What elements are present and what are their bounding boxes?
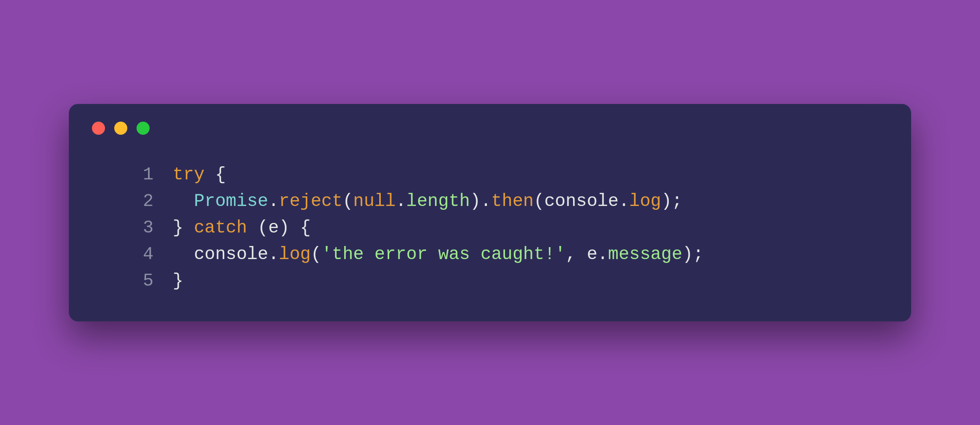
dot: .: [597, 244, 608, 264]
code-content: Promise.reject(null.length).then(console…: [153, 188, 682, 215]
paren-close: ): [682, 244, 693, 264]
dot: .: [396, 191, 407, 211]
space: [183, 218, 194, 238]
indent: [173, 244, 194, 264]
semicolon: ;: [693, 244, 704, 264]
comma: ,: [565, 244, 576, 264]
literal-null: null: [353, 191, 395, 211]
window-titlebar: [92, 122, 888, 135]
property-message: message: [608, 244, 682, 264]
paren-close: ): [661, 191, 672, 211]
code-content: try {: [153, 162, 226, 188]
line-number: 1: [127, 162, 153, 188]
code-content: console.log('the error was caught!', e.m…: [153, 241, 703, 268]
brace-open: {: [300, 218, 311, 238]
paren-open: (: [258, 218, 268, 238]
close-icon[interactable]: [92, 122, 105, 135]
code-line: 4 console.log('the error was caught!', e…: [127, 241, 888, 268]
paren-open: (: [534, 191, 545, 211]
code-line: 2 Promise.reject(null.length).then(conso…: [127, 188, 888, 215]
code-line: 5 }: [127, 268, 888, 294]
dot: .: [268, 191, 279, 211]
paren-open: (: [343, 191, 353, 211]
line-number: 4: [127, 241, 153, 268]
minimize-icon[interactable]: [114, 122, 127, 135]
space: [205, 165, 215, 185]
zoom-icon[interactable]: [137, 122, 150, 135]
brace-open: {: [215, 165, 226, 185]
space: [576, 244, 587, 264]
method-log: log: [279, 244, 311, 264]
property-length: length: [406, 191, 470, 211]
code-line: 1 try {: [127, 162, 888, 188]
code-editor[interactable]: 1 try { 2 Promise.reject(null.length).th…: [92, 162, 888, 294]
keyword-catch: catch: [194, 218, 247, 238]
method-reject: reject: [279, 191, 343, 211]
paren-close: ): [279, 218, 290, 238]
line-number: 3: [127, 215, 153, 241]
brace-close: }: [173, 271, 183, 291]
keyword-try: try: [173, 165, 205, 185]
code-content: } catch (e) {: [153, 215, 311, 241]
space: [290, 218, 300, 238]
space: [247, 218, 258, 238]
identifier-console: console: [544, 191, 618, 211]
line-number: 5: [127, 268, 153, 294]
indent: [173, 191, 194, 211]
code-line: 3 } catch (e) {: [127, 215, 888, 241]
dot: .: [618, 191, 629, 211]
method-log: log: [629, 191, 661, 211]
paren-open: (: [311, 244, 322, 264]
identifier-console: console: [194, 244, 268, 264]
dot: .: [268, 244, 279, 264]
identifier-promise: Promise: [194, 191, 268, 211]
code-window: 1 try { 2 Promise.reject(null.length).th…: [69, 104, 911, 321]
stage: 1 try { 2 Promise.reject(null.length).th…: [0, 0, 980, 425]
semicolon: ;: [672, 191, 683, 211]
method-then: then: [491, 191, 533, 211]
string-literal: 'the error was caught!': [322, 244, 566, 264]
brace-close: }: [173, 218, 183, 238]
line-number: 2: [127, 188, 153, 215]
paren-close: ): [470, 191, 481, 211]
identifier-e: e: [587, 244, 598, 264]
code-content: }: [153, 268, 183, 294]
dot: .: [481, 191, 492, 211]
identifier-e: e: [268, 218, 279, 238]
